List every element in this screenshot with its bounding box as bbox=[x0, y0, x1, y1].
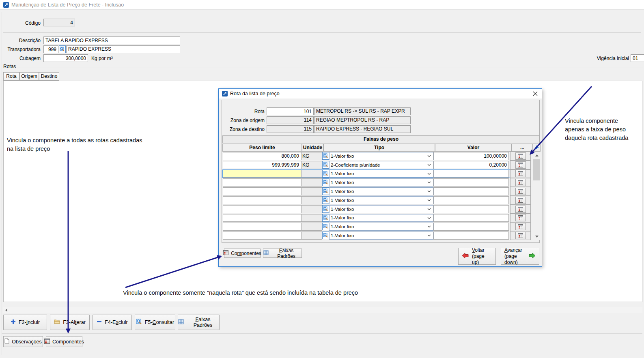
tipo-combobox[interactable]: 1-Valor fixo bbox=[329, 232, 433, 240]
valor-input[interactable] bbox=[433, 187, 509, 195]
col-tipo[interactable]: Tipo bbox=[323, 144, 435, 152]
unidade-cell[interactable] bbox=[301, 223, 322, 231]
scroll-up-icon[interactable] bbox=[533, 152, 541, 159]
lookup-icon[interactable] bbox=[322, 187, 329, 195]
col-peso-limite[interactable]: Peso limite bbox=[222, 144, 302, 152]
unidade-cell[interactable]: KG bbox=[301, 152, 322, 160]
codigo-field[interactable] bbox=[43, 19, 75, 26]
lookup-icon[interactable] bbox=[322, 232, 329, 239]
rotas-horizontal-scrollbar[interactable] bbox=[3, 307, 642, 313]
valor-input[interactable] bbox=[433, 214, 509, 222]
tipo-cell: 1-Valor fixo bbox=[322, 170, 433, 178]
rota-code-input[interactable] bbox=[267, 107, 314, 115]
unidade-cell[interactable] bbox=[301, 214, 322, 222]
tipo-combobox[interactable]: 1-Valor fixo bbox=[329, 170, 433, 178]
rotas-col-origem[interactable]: Origem bbox=[19, 72, 39, 81]
f4-excluir-button[interactable]: F4-Excluir bbox=[93, 315, 132, 330]
green-right-arrow-icon bbox=[529, 253, 536, 260]
insert-row-button[interactable] bbox=[533, 144, 541, 152]
scroll-left-icon[interactable] bbox=[3, 307, 9, 313]
col-dots[interactable]: ... bbox=[512, 144, 533, 152]
tipo-combobox[interactable]: 1-Valor fixo bbox=[329, 152, 433, 160]
lookup-icon[interactable] bbox=[322, 170, 329, 178]
componente-row-button[interactable] bbox=[515, 152, 526, 160]
peso-limite-input[interactable] bbox=[223, 187, 301, 195]
componente-row-button[interactable] bbox=[515, 223, 526, 230]
lookup-icon[interactable] bbox=[322, 205, 329, 213]
col-unidade[interactable]: Unidade bbox=[302, 144, 323, 152]
dialog-faixas-padroes-button[interactable]: Faixas Padrões bbox=[263, 249, 302, 258]
tipo-combobox[interactable]: 1-Valor fixo bbox=[329, 178, 433, 187]
valor-input[interactable] bbox=[433, 223, 509, 231]
faixas-vertical-scrollbar[interactable] bbox=[533, 152, 541, 240]
valor-input[interactable] bbox=[433, 170, 509, 178]
valor-input[interactable] bbox=[433, 232, 509, 240]
componente-row-button[interactable] bbox=[515, 232, 526, 239]
unidade-cell[interactable] bbox=[301, 205, 322, 213]
col-valor[interactable]: Valor bbox=[435, 144, 512, 152]
unidade-cell[interactable] bbox=[301, 232, 322, 240]
peso-limite-input[interactable] bbox=[223, 196, 301, 204]
transportadora-lookup-button[interactable] bbox=[59, 45, 66, 53]
voltar-button[interactable]: Voltar(page up) bbox=[458, 248, 496, 265]
dialog-componentes-button[interactable]: Componentes bbox=[224, 249, 261, 258]
peso-limite-input[interactable] bbox=[223, 161, 301, 169]
observacoes-button[interactable]: Observações bbox=[3, 336, 43, 347]
zona-destino-label: Zona de destino bbox=[222, 126, 265, 132]
valor-input[interactable] bbox=[433, 161, 509, 169]
lookup-icon[interactable] bbox=[322, 161, 329, 169]
transportadora-code-input[interactable] bbox=[43, 45, 58, 53]
componente-row-button[interactable] bbox=[515, 161, 526, 169]
componente-row-button[interactable] bbox=[515, 214, 526, 221]
tipo-combobox[interactable]: 1-Valor fixo bbox=[329, 214, 433, 222]
avancar-button[interactable]: Avançar(page down) bbox=[501, 248, 539, 265]
unidade-cell[interactable] bbox=[301, 187, 322, 195]
vigencia-input[interactable] bbox=[631, 54, 644, 62]
tipo-combobox[interactable]: 1-Valor fixo bbox=[329, 223, 433, 231]
faixas-padroes-button[interactable]: Faixas Padrões bbox=[178, 315, 220, 330]
componente-row-button[interactable] bbox=[515, 197, 526, 204]
descricao-input[interactable] bbox=[43, 36, 180, 44]
valor-input[interactable] bbox=[433, 178, 509, 187]
dialog-titlebar[interactable]: Rota da lista de preço bbox=[219, 89, 542, 99]
valor-input[interactable] bbox=[433, 152, 509, 160]
tipo-combobox[interactable]: 1-Valor fixo bbox=[329, 187, 433, 195]
tipo-cell: 2-Coeficiente p/unidade bbox=[322, 161, 433, 169]
componente-row-button[interactable] bbox=[515, 170, 526, 177]
tipo-combobox[interactable]: 2-Coeficiente p/unidade bbox=[329, 161, 433, 169]
peso-limite-input[interactable] bbox=[223, 170, 301, 178]
componentes-button[interactable]: Componentes bbox=[46, 336, 82, 347]
rotas-col-rota[interactable]: Rota bbox=[3, 72, 19, 81]
valor-input[interactable] bbox=[433, 196, 509, 204]
close-icon[interactable] bbox=[530, 89, 541, 99]
peso-limite-input[interactable] bbox=[223, 232, 301, 240]
f2-incluir-button[interactable]: F2-Incluir bbox=[3, 315, 47, 330]
componente-row-button[interactable] bbox=[515, 188, 526, 195]
lookup-icon[interactable] bbox=[322, 223, 329, 230]
rotas-col-destino[interactable]: Destino bbox=[39, 72, 59, 81]
peso-limite-input[interactable] bbox=[223, 152, 301, 160]
unidade-cell[interactable] bbox=[301, 178, 322, 187]
peso-limite-input[interactable] bbox=[223, 223, 301, 231]
f3-alterar-button[interactable]: F3-Alterar bbox=[50, 315, 90, 330]
lookup-icon[interactable] bbox=[322, 178, 329, 186]
zona-origem-code-field: 114 bbox=[267, 116, 314, 124]
componente-row-button[interactable] bbox=[515, 179, 526, 186]
lookup-icon[interactable] bbox=[322, 196, 329, 204]
scrollbar-thumb[interactable] bbox=[533, 159, 540, 180]
f5-consultar-button[interactable]: F5-Consultar bbox=[135, 315, 175, 330]
cubagem-input[interactable] bbox=[43, 54, 88, 62]
valor-input[interactable] bbox=[433, 205, 509, 213]
lookup-icon[interactable] bbox=[322, 152, 329, 160]
peso-limite-input[interactable] bbox=[223, 205, 301, 213]
peso-limite-input[interactable] bbox=[223, 178, 301, 187]
lookup-icon[interactable] bbox=[322, 214, 329, 222]
unidade-cell[interactable] bbox=[301, 196, 322, 204]
unidade-cell[interactable] bbox=[301, 170, 322, 178]
componente-row-button[interactable] bbox=[515, 206, 526, 213]
scroll-down-icon[interactable] bbox=[533, 233, 541, 240]
peso-limite-input[interactable] bbox=[223, 214, 301, 222]
unidade-cell[interactable]: KG bbox=[301, 161, 322, 169]
tipo-combobox[interactable]: 1-Valor fixo bbox=[329, 205, 433, 213]
tipo-combobox[interactable]: 1-Valor fixo bbox=[329, 196, 433, 204]
